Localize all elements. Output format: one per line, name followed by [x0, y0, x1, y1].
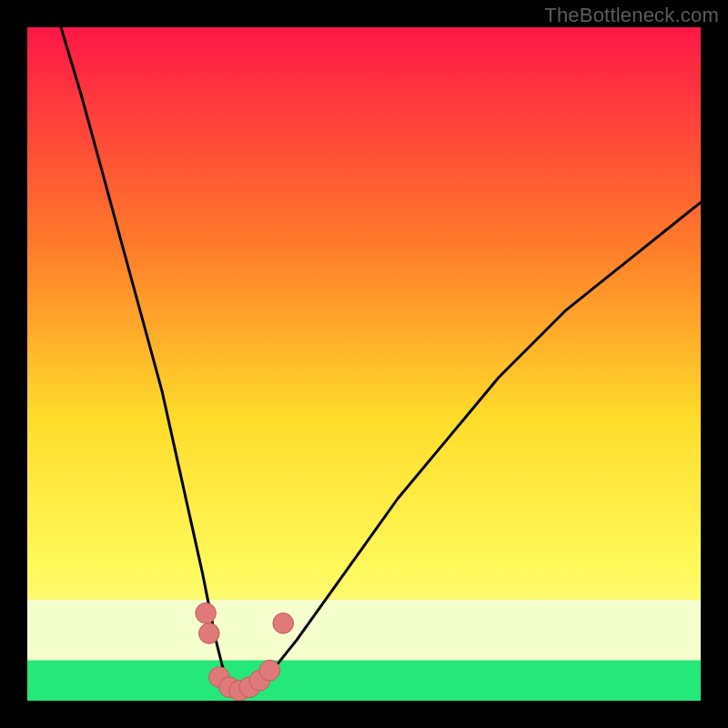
chart-frame: TheBottleneck.com — [0, 0, 728, 728]
data-marker — [196, 603, 217, 624]
data-marker — [273, 613, 294, 634]
pale-band — [27, 600, 701, 661]
data-marker — [199, 623, 220, 644]
plot-svg — [27, 27, 701, 701]
watermark-text: TheBottleneck.com — [544, 4, 719, 27]
green-band — [27, 661, 701, 701]
plot-area — [27, 27, 701, 701]
data-marker — [259, 660, 280, 681]
